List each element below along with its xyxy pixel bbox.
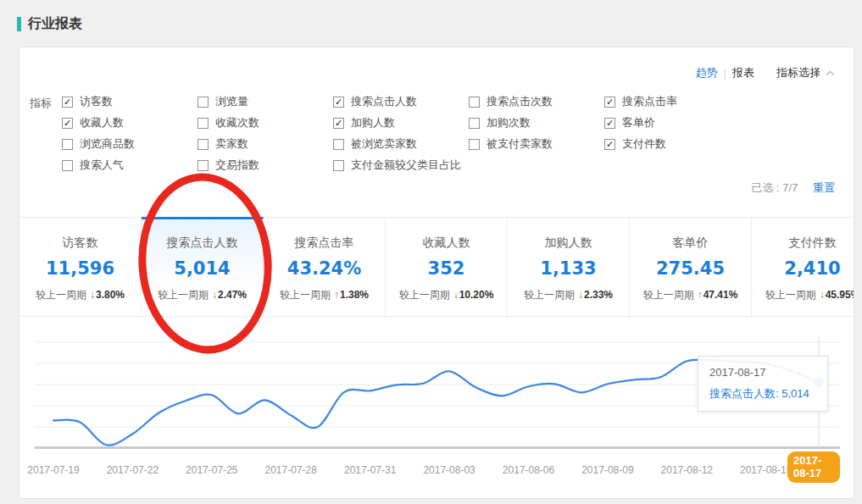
metric-card[interactable]: 加购人数1,133较上一周期↓2.33%: [508, 217, 630, 316]
metric-option[interactable]: 交易指数: [197, 158, 333, 172]
metric-option[interactable]: ✓加购人数: [333, 116, 469, 130]
x-axis-tick-label: 2017-08-03: [423, 464, 475, 476]
metric-option[interactable]: 被浏览卖家数: [333, 137, 469, 151]
checkbox-unchecked-icon: [333, 139, 344, 150]
arrow-down-icon: ↓: [453, 289, 459, 301]
card-label: 搜索点击人数: [142, 235, 263, 251]
metric-card[interactable]: 访客数11,596较上一周期↓3.80%: [19, 217, 142, 316]
card-label: 收藏人数: [386, 235, 507, 251]
x-axis-tick-label: 2017-08-12: [661, 464, 713, 476]
metric-select-toggle[interactable]: 指标选择: [776, 65, 835, 80]
x-axis-tick-label: 2017-08-15: [740, 464, 792, 476]
arrow-down-icon: ↓: [578, 289, 583, 301]
reset-button[interactable]: 重置: [813, 181, 835, 194]
arrow-down-icon: ↓: [820, 289, 825, 301]
metric-option[interactable]: 被支付卖家数: [469, 137, 604, 151]
metric-option-label: 支付金额较父类目占比: [351, 158, 461, 173]
metric-option[interactable]: 搜索人气: [62, 158, 197, 172]
metric-card[interactable]: 支付件数2,410较上一周期↓45.95%: [752, 217, 854, 316]
card-change-percent: 1.38%: [340, 289, 369, 301]
highlighted-date-tag: 2017-08-17: [787, 451, 840, 483]
card-change: 较上一周期↓45.95%: [752, 288, 854, 302]
picker-footer: 已选 : 7/7 重置: [751, 180, 835, 196]
toolbar-divider: |: [724, 67, 726, 80]
metric-option-label: 搜索点击次数: [487, 94, 553, 109]
metric-option[interactable]: ✓搜索点击人数: [333, 95, 469, 108]
metric-cards-row: 访客数11,596较上一周期↓3.80%搜索点击人数5,014较上一周期↓2.4…: [19, 217, 854, 317]
metric-select-label: 指标选择: [776, 65, 820, 80]
card-value: 275.45: [630, 258, 751, 279]
metric-option-label: 访客数: [80, 94, 113, 109]
card-compare-label: 较上一周期: [399, 289, 450, 301]
card-value: 352: [386, 258, 507, 279]
metric-option[interactable]: ✓搜索点击率: [604, 95, 677, 108]
card-change-percent: 47.41%: [704, 289, 738, 301]
title-accent-bar: [17, 17, 21, 31]
metric-option[interactable]: 加购次数: [469, 116, 604, 130]
metric-option[interactable]: 收藏次数: [197, 116, 333, 130]
metric-card[interactable]: 收藏人数352较上一周期↓10.20%: [386, 217, 508, 316]
card-value: 5,014: [142, 258, 263, 279]
card-label: 支付件数: [752, 235, 854, 251]
metric-option-label: 支付件数: [622, 136, 666, 152]
metric-option-label: 浏览量: [215, 94, 248, 109]
arrow-up-icon: ↑: [698, 289, 703, 301]
card-value: 1,133: [508, 258, 629, 279]
arrow-down-icon: ↓: [90, 289, 95, 301]
metric-option[interactable]: ✓收藏人数: [62, 116, 197, 130]
report-panel: 趋势 | 报表 指标选择 指标 ✓访客数浏览量✓搜索点击人数搜索点击次数✓搜索点…: [19, 47, 854, 499]
metric-option-label: 被浏览卖家数: [351, 136, 417, 152]
metric-card[interactable]: 客单价275.45较上一周期↑47.41%: [630, 217, 752, 316]
checkbox-checked-icon: ✓: [333, 118, 344, 129]
metric-checkbox-grid: ✓访客数浏览量✓搜索点击人数搜索点击次数✓搜索点击率✓收藏人数收藏次数✓加购人数…: [62, 95, 677, 172]
tooltip-date: 2017-08-17: [709, 366, 816, 379]
card-change-percent: 3.80%: [96, 289, 125, 301]
metric-option[interactable]: 浏览量: [197, 95, 333, 108]
checkbox-unchecked-icon: [62, 160, 73, 171]
checkbox-unchecked-icon: [333, 160, 344, 171]
metric-option-label: 收藏人数: [80, 115, 124, 130]
metric-card[interactable]: 搜索点击人数5,014较上一周期↓2.47%: [142, 217, 264, 316]
checkbox-unchecked-icon: [197, 139, 209, 150]
card-change: 较上一周期↓10.20%: [386, 288, 507, 302]
metric-option[interactable]: ✓访客数: [62, 95, 197, 108]
x-axis-tick-label: 2017-07-25: [186, 464, 237, 476]
tooltip-value: 搜索点击人数: 5,014: [709, 386, 816, 402]
checkbox-unchecked-icon: [197, 118, 209, 129]
card-label: 搜索点击率: [264, 235, 385, 251]
card-change-percent: 2.33%: [584, 289, 613, 301]
card-compare-label: 较上一周期: [158, 289, 209, 301]
x-axis-tick-label: 2017-08-09: [581, 464, 633, 476]
metric-option[interactable]: 支付金额较父类目占比: [333, 158, 469, 172]
card-value: 43.24%: [264, 258, 385, 279]
card-change: 较上一周期↑47.41%: [630, 288, 751, 302]
metric-option[interactable]: 浏览商品数: [62, 137, 197, 151]
arrow-down-icon: ↓: [212, 289, 217, 301]
metric-option-label: 客单价: [622, 115, 655, 130]
metric-option-label: 搜索人气: [80, 158, 124, 173]
card-compare-label: 较上一周期: [524, 289, 575, 301]
card-change: 较上一周期↓2.33%: [508, 288, 629, 302]
metric-option[interactable]: ✓客单价: [604, 116, 677, 130]
trend-chart-area: 2017-07-192017-07-222017-07-252017-07-28…: [35, 331, 840, 494]
card-change-percent: 45.95%: [826, 289, 854, 301]
metric-option-label: 浏览商品数: [80, 136, 135, 152]
card-change: 较上一周期↓3.80%: [19, 288, 141, 302]
card-label: 客单价: [630, 235, 751, 251]
card-label: 加购人数: [508, 235, 629, 251]
checkbox-checked-icon: ✓: [604, 118, 615, 129]
checkbox-unchecked-icon: [197, 97, 209, 108]
card-change-percent: 2.47%: [218, 289, 247, 301]
x-axis-tick-label: 2017-07-31: [344, 464, 396, 476]
trend-tab[interactable]: 趋势: [696, 65, 718, 80]
metric-card[interactable]: 搜索点击率43.24%较上一周期↑1.38%: [264, 217, 386, 316]
report-tab[interactable]: 报表: [732, 65, 754, 80]
metric-option[interactable]: 搜索点击次数: [469, 95, 604, 108]
metric-picker: 指标 ✓访客数浏览量✓搜索点击人数搜索点击次数✓搜索点击率✓收藏人数收藏次数✓加…: [30, 95, 677, 172]
metric-option[interactable]: ✓支付件数: [604, 137, 677, 151]
checkbox-checked-icon: ✓: [62, 97, 73, 108]
x-axis-labels: 2017-07-192017-07-222017-07-252017-07-28…: [35, 464, 840, 479]
chart-tooltip: 2017-08-17 搜索点击人数: 5,014: [698, 356, 828, 412]
checkbox-unchecked-icon: [469, 118, 480, 129]
metric-option[interactable]: 卖家数: [197, 137, 333, 151]
